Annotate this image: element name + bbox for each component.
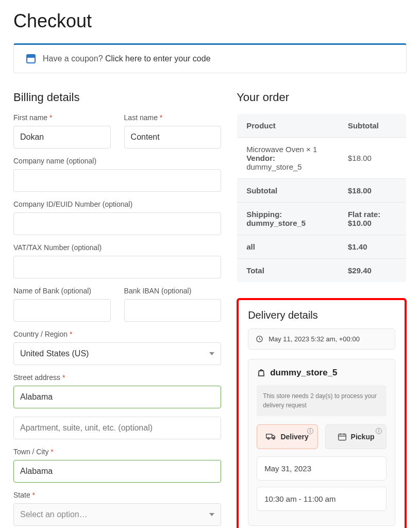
delivery-date-input[interactable]: May 31, 2023	[257, 456, 387, 481]
country-label: Country / Region *	[13, 330, 221, 338]
street2-input[interactable]	[13, 417, 221, 439]
company-input[interactable]	[13, 169, 221, 192]
table-row: Microwave Oven × 1 Vendor: dummy_store_5…	[237, 138, 407, 179]
delivery-option-button[interactable]: Delivery i	[257, 424, 318, 449]
store-delivery-box: dummy_store_5 This store needs 2 day(s) …	[248, 359, 395, 526]
billing-title: Billing details	[13, 91, 221, 104]
bank-iban-input[interactable]	[124, 299, 222, 322]
chevron-down-icon	[209, 513, 214, 516]
bank-iban-label: Bank IBAN (optional)	[124, 287, 222, 295]
delivery-time-input[interactable]: 10:30 am - 11:00 am	[257, 487, 387, 511]
shipping-price: $10.00	[348, 219, 397, 227]
processing-notice: This store needs 2 day(s) to process you…	[257, 385, 387, 416]
delivery-title: Delivery details	[248, 309, 395, 321]
calendar-icon	[338, 433, 347, 441]
last-name-input[interactable]	[124, 126, 222, 148]
delivery-details-panel: Delivery details May 11, 2023 5:32 am, +…	[237, 298, 407, 528]
order-title: Your order	[237, 91, 407, 104]
company-id-label: Company ID/EUID Number (optional)	[13, 200, 221, 208]
bag-icon	[257, 368, 266, 377]
server-time-pill: May 11, 2023 5:32 am, +00:00	[248, 328, 395, 350]
coupon-text: Have a coupon? Click here to enter your …	[43, 54, 211, 63]
coupon-link[interactable]: Click here to enter your code	[105, 54, 211, 63]
svg-point-2	[268, 438, 270, 439]
pickup-option-button[interactable]: Pickup i	[325, 424, 387, 449]
clock-icon	[256, 335, 263, 343]
info-icon: i	[376, 428, 382, 434]
shipping-label: Shipping: dummy_store_5	[237, 203, 339, 235]
first-name-label: First name *	[13, 113, 111, 122]
table-row: Subtotal $18.00	[237, 179, 407, 203]
state-select[interactable]: Select an option…	[13, 503, 221, 526]
subtotal-value: $18.00	[339, 179, 407, 203]
item-price: $18.00	[339, 138, 407, 179]
street-input[interactable]	[13, 386, 221, 408]
state-label: State *	[13, 491, 221, 499]
truck-icon	[266, 433, 276, 440]
table-row: all $1.40	[237, 235, 407, 259]
store-name: dummy_store_5	[257, 368, 387, 378]
coupon-notice[interactable]: Have a coupon? Click here to enter your …	[13, 43, 407, 73]
svg-rect-4	[338, 434, 346, 440]
chevron-down-icon	[209, 352, 214, 355]
coupon-icon	[26, 54, 36, 63]
svg-point-3	[273, 438, 275, 439]
vat-label: VAT/TAX Number (optional)	[13, 243, 221, 252]
page-title: Checkout	[13, 10, 407, 32]
all-label: all	[237, 235, 339, 259]
all-value: $1.40	[339, 235, 407, 259]
country-select[interactable]: United States (US)	[13, 342, 221, 365]
table-row: Shipping: dummy_store_5 Flat rate: $10.0…	[237, 203, 407, 235]
item-vendor: Vendor: dummy_store_5	[246, 154, 329, 171]
th-subtotal: Subtotal	[339, 114, 407, 138]
shipping-type: Flat rate:	[348, 210, 397, 219]
total-value: $29.40	[339, 259, 407, 283]
street-label: Street address *	[13, 373, 221, 382]
city-label: Town / City *	[13, 448, 221, 456]
first-name-input[interactable]	[13, 126, 111, 148]
subtotal-label: Subtotal	[237, 179, 339, 203]
last-name-label: Last name *	[124, 113, 222, 122]
item-name: Microwave Oven × 1	[246, 145, 329, 154]
vat-input[interactable]	[13, 256, 221, 278]
total-label: Total	[237, 259, 339, 283]
company-label: Company name (optional)	[13, 157, 221, 165]
bank-name-input[interactable]	[13, 299, 111, 322]
city-input[interactable]	[13, 460, 221, 483]
info-icon: i	[307, 428, 313, 434]
bank-name-label: Name of Bank (optional)	[13, 287, 111, 295]
order-table: Product Subtotal Microwave Oven × 1 Vend…	[237, 113, 407, 283]
th-product: Product	[237, 114, 339, 138]
company-id-input[interactable]	[13, 212, 221, 235]
table-row: Total $29.40	[237, 259, 407, 283]
